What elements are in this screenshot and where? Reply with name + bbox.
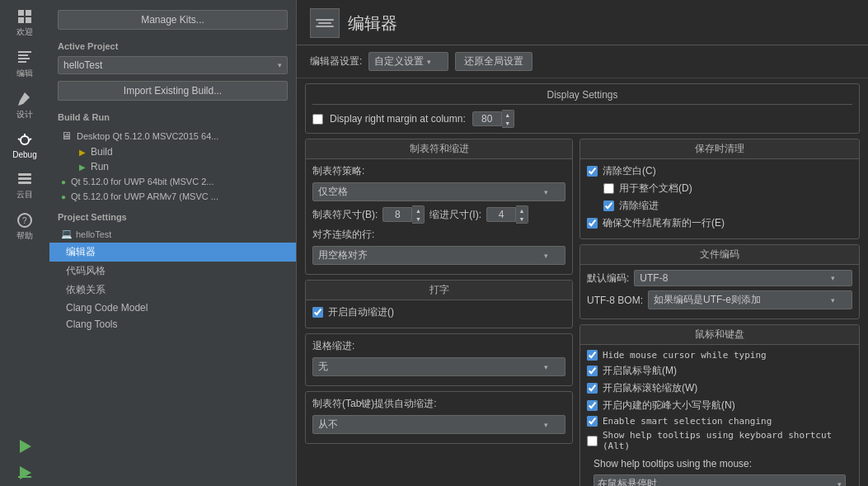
policy-combo[interactable]: 仅空格 ▾	[312, 182, 565, 201]
clean-indent-row: 清除缩进	[587, 199, 852, 213]
restore-button[interactable]: 还原全局设置	[455, 52, 533, 71]
tabkey-label: 制表符(Tab键)提供自动缩进:	[312, 397, 437, 411]
backspace-box: 退格缩进: 无 ▾	[305, 333, 573, 386]
auto-indent-label: 开启自动缩进()	[328, 305, 394, 319]
backspace-row: 退格缩进:	[312, 339, 565, 353]
sidebar-item-run-bottom[interactable]	[2, 433, 48, 460]
nav-row: 开启鼠标导航(M)	[587, 364, 852, 378]
bug-icon	[16, 132, 33, 149]
tab-indent-body: 制表符策略: 仅空格 ▾ 制表符尺寸(B):	[306, 159, 572, 274]
hide-cursor-checkbox[interactable]	[587, 350, 598, 361]
menu-item-clangtools[interactable]: Clang Tools	[49, 316, 296, 333]
tab-size-btns: ▲ ▼	[412, 205, 425, 224]
svg-marker-8	[18, 92, 30, 106]
default-encoding-value: UTF-8	[640, 272, 668, 284]
menu-item-clangcodemodel[interactable]: Clang Code Model	[49, 300, 296, 316]
scroll-zoom-row: 开启鼠标滚轮缩放(W)	[587, 381, 852, 395]
uwp-kit1-item[interactable]: ● Qt 5.12.0 for UWP 64bit (MSVC 2...	[49, 174, 296, 189]
utf-bom-value: 如果编码是UTF-e则添加	[654, 293, 761, 307]
policy-combo-row: 仅空格 ▾	[312, 182, 565, 201]
column-down-btn[interactable]: ▼	[502, 119, 514, 127]
tabkey-body: 制表符(Tab键)提供自动缩进: 从不 ▾	[306, 392, 572, 443]
run-arrow-icon: ▶	[79, 163, 86, 172]
policy-value: 仅空格	[318, 185, 348, 199]
run-item[interactable]: ▶ Run	[49, 159, 296, 174]
import-build-button[interactable]: Import Existing Build...	[58, 81, 288, 101]
settings-combo[interactable]: 自定义设置 ▾	[368, 52, 448, 71]
column-spinbox-btns: ▲ ▼	[502, 110, 514, 128]
project-selector[interactable]: helloTest ▾	[58, 56, 288, 74]
svg-marker-18	[20, 440, 31, 453]
hide-cursor-label: Hide mouse cursor while typing	[603, 350, 767, 361]
tab-size-down-btn[interactable]: ▼	[412, 215, 424, 223]
mouse-keyboard-body: Hide mouse cursor while typing 开启鼠标导航(M)…	[580, 345, 859, 486]
indent-size-up-btn[interactable]: ▲	[516, 206, 528, 215]
align-value: 用空格对齐	[318, 248, 368, 262]
margin-checkbox[interactable]	[312, 114, 323, 125]
clean-whitespace-checkbox[interactable]	[587, 166, 598, 177]
left-column: 制表符和缩进 制表符策略: 仅空格 ▾ 制表符尺寸(B):	[305, 139, 579, 486]
editor-title: 编辑器	[348, 12, 397, 35]
build-label: Build	[91, 146, 113, 158]
active-project-label: Active Project	[49, 40, 296, 54]
default-encoding-label: 默认编码:	[587, 271, 629, 285]
sidebar-item-help[interactable]: ? 帮助	[2, 207, 48, 247]
auto-indent-row: 开启自动缩进()	[312, 305, 565, 319]
smart-sel-checkbox[interactable]	[587, 416, 598, 427]
indent-size-input[interactable]	[486, 207, 516, 222]
menu-item-codestyle[interactable]: 代码风格	[49, 262, 296, 281]
mouse-tooltip-combo[interactable]: 在鼠标悬停时 ▾	[594, 474, 846, 486]
tab-size-up-btn[interactable]: ▲	[412, 206, 424, 215]
backspace-combo[interactable]: 无 ▾	[312, 357, 565, 376]
column-input[interactable]	[472, 111, 502, 126]
scroll-zoom-label: 开启鼠标滚轮缩放(W)	[603, 381, 697, 395]
monitor-icon: 🖥	[61, 130, 72, 142]
clean-indent-checkbox[interactable]	[603, 201, 614, 211]
align-combo[interactable]: 用空格对齐 ▾	[312, 246, 565, 265]
policy-label: 制表符策略:	[312, 164, 364, 178]
default-encoding-combo[interactable]: UTF-8 ▾	[634, 270, 852, 286]
settings-label: 编辑器设置:	[310, 54, 362, 68]
indent-size-spinbox: ▲ ▼	[486, 205, 528, 224]
backspace-label: 退格缩进:	[312, 339, 354, 353]
sidebar-item-welcome-label: 欢迎	[16, 26, 33, 38]
manage-kits-button[interactable]: Manage Kits...	[58, 10, 288, 30]
desktop-kit-item[interactable]: 🖥 Desktop Qt 5.12.0 MSVC2015 64...	[49, 127, 296, 144]
menu-item-deps[interactable]: 依赖关系	[49, 281, 296, 300]
utf-bom-combo[interactable]: 如果编码是UTF-e则添加 ▾	[648, 290, 852, 309]
build-item[interactable]: ▶ Build	[49, 144, 296, 159]
indent-size-down-btn[interactable]: ▼	[516, 215, 528, 223]
clean-whitespace-label: 清除空白(C)	[603, 164, 656, 178]
save-clean-body: 清除空白(C) 用于整个文档(D) 清除缩进 确保文件结尾有新的一行(	[580, 159, 859, 238]
tabkey-combo[interactable]: 从不 ▾	[312, 415, 565, 434]
chevron-down-icon: ▾	[278, 61, 282, 69]
sidebar-item-project-label: 云目	[16, 189, 33, 201]
nav-checkbox[interactable]	[587, 366, 598, 376]
mouse-keyboard-title: 鼠标和键盘	[580, 325, 859, 345]
sidebar: Manage Kits... Active Project helloTest …	[49, 0, 297, 486]
align-chevron-icon: ▾	[544, 252, 548, 260]
whole-doc-checkbox[interactable]	[603, 183, 614, 194]
tab-size-input[interactable]	[382, 207, 412, 222]
svg-rect-3	[26, 17, 31, 23]
help-kb-checkbox[interactable]	[587, 436, 598, 446]
camel-row: 开启内建的驼峰大小写导航(N)	[587, 399, 852, 413]
menu-item-editor[interactable]: 编辑器	[49, 243, 296, 262]
scroll-zoom-checkbox[interactable]	[587, 383, 598, 394]
column-up-btn[interactable]: ▲	[502, 111, 514, 119]
sidebar-item-design[interactable]: 设计	[2, 86, 48, 125]
camel-checkbox[interactable]	[587, 400, 598, 411]
sidebar-item-welcome[interactable]: 欢迎	[2, 3, 48, 43]
uwp-kit2-item[interactable]: ● Qt 5.12.0 for UWP ARMv7 (MSVC ...	[49, 189, 296, 204]
ensure-newline-checkbox[interactable]	[587, 218, 598, 229]
camel-label: 开启内建的驼峰大小写导航(N)	[603, 399, 735, 413]
sidebar-item-project[interactable]: 云目	[2, 166, 48, 205]
sidebar-item-debug-bottom[interactable]	[2, 460, 48, 486]
help-icon: ?	[16, 212, 33, 229]
backspace-body: 退格缩进: 无 ▾	[306, 334, 572, 385]
auto-indent-checkbox[interactable]	[312, 307, 323, 318]
sidebar-item-edit[interactable]: 编辑	[2, 45, 48, 84]
sidebar-item-debug[interactable]: Debug	[2, 127, 48, 164]
tabkey-box: 制表符(Tab键)提供自动缩进: 从不 ▾	[305, 391, 573, 444]
encoding-chevron-icon: ▾	[831, 274, 835, 282]
